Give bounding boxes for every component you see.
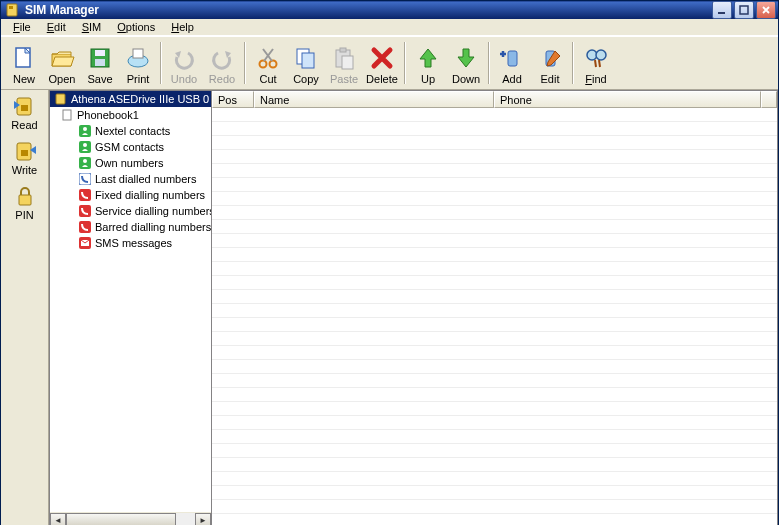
- list-row[interactable]: [212, 234, 777, 248]
- tree-item[interactable]: Fixed dialling numbers: [50, 187, 211, 203]
- tree-item[interactable]: Own numbers: [50, 155, 211, 171]
- undo-button[interactable]: Undo: [165, 39, 203, 87]
- list-body[interactable]: [212, 108, 777, 525]
- find-label: Find: [585, 73, 606, 85]
- save-button[interactable]: Save: [81, 39, 119, 87]
- menu-sim[interactable]: SIM: [74, 19, 110, 35]
- list-row[interactable]: [212, 374, 777, 388]
- minimize-button[interactable]: [712, 1, 732, 19]
- menu-options[interactable]: Options: [109, 19, 163, 35]
- up-button[interactable]: Up: [409, 39, 447, 87]
- lock-icon: [11, 184, 39, 208]
- redo-icon: [208, 44, 236, 72]
- tree-view[interactable]: Athena ASEDrive IIIe USB 0 Phonebook1 Ne…: [50, 91, 211, 512]
- svg-point-33: [83, 159, 87, 163]
- list-row[interactable]: [212, 332, 777, 346]
- svg-rect-27: [63, 110, 71, 120]
- tree-phonebook[interactable]: Phonebook1: [50, 107, 211, 123]
- maximize-button[interactable]: [734, 1, 754, 19]
- scroll-left-button[interactable]: ◄: [50, 513, 66, 526]
- menu-file[interactable]: File: [5, 19, 39, 35]
- copy-button[interactable]: Copy: [287, 39, 325, 87]
- pin-button[interactable]: PIN: [5, 184, 45, 221]
- cut-button[interactable]: Cut: [249, 39, 287, 87]
- sidebar: Read Write PIN: [1, 90, 49, 525]
- menu-bar: File Edit SIM Options Help: [1, 19, 778, 36]
- list-row[interactable]: [212, 248, 777, 262]
- write-button[interactable]: Write: [5, 139, 45, 176]
- scroll-thumb[interactable]: [66, 513, 176, 526]
- print-button[interactable]: Print: [119, 39, 157, 87]
- list-row[interactable]: [212, 150, 777, 164]
- down-icon: [452, 44, 480, 72]
- list-row[interactable]: [212, 136, 777, 150]
- list-row[interactable]: [212, 430, 777, 444]
- list-row[interactable]: [212, 514, 777, 525]
- sms-icon: [78, 236, 92, 250]
- list-row[interactable]: [212, 220, 777, 234]
- list-row[interactable]: [212, 276, 777, 290]
- app-icon: [5, 2, 21, 18]
- list-row[interactable]: [212, 262, 777, 276]
- list-row[interactable]: [212, 178, 777, 192]
- tree-item[interactable]: GSM contacts: [50, 139, 211, 155]
- column-phone[interactable]: Phone: [494, 91, 761, 108]
- sim-read-icon: [11, 94, 39, 118]
- tree-item[interactable]: Last dialled numbers: [50, 171, 211, 187]
- list-row[interactable]: [212, 486, 777, 500]
- list-row[interactable]: [212, 108, 777, 122]
- scroll-track[interactable]: [66, 513, 195, 526]
- tree-root[interactable]: Athena ASEDrive IIIe USB 0: [50, 91, 211, 107]
- open-icon: [48, 44, 76, 72]
- find-button[interactable]: Find: [577, 39, 615, 87]
- list-row[interactable]: [212, 122, 777, 136]
- menu-edit[interactable]: Edit: [39, 19, 74, 35]
- contacts-green-icon: [78, 140, 92, 154]
- delete-button[interactable]: Delete: [363, 39, 401, 87]
- menu-help[interactable]: Help: [163, 19, 202, 35]
- scroll-right-button[interactable]: ►: [195, 513, 211, 526]
- list-row[interactable]: [212, 388, 777, 402]
- list-row[interactable]: [212, 206, 777, 220]
- redo-button[interactable]: Redo: [203, 39, 241, 87]
- list-row[interactable]: [212, 346, 777, 360]
- svg-rect-9: [133, 49, 143, 58]
- paste-button[interactable]: Paste: [325, 39, 363, 87]
- column-name[interactable]: Name: [254, 91, 494, 108]
- copy-icon: [292, 44, 320, 72]
- tree-item[interactable]: SMS messages: [50, 235, 211, 251]
- list-row[interactable]: [212, 164, 777, 178]
- contacts-green-icon: [78, 156, 92, 170]
- list-row[interactable]: [212, 416, 777, 430]
- list-row[interactable]: [212, 402, 777, 416]
- svg-point-10: [260, 60, 267, 67]
- list-row[interactable]: [212, 304, 777, 318]
- list-row[interactable]: [212, 192, 777, 206]
- list-row[interactable]: [212, 472, 777, 486]
- new-button[interactable]: New: [5, 39, 43, 87]
- open-button[interactable]: Open: [43, 39, 81, 87]
- svg-rect-22: [21, 105, 28, 111]
- tree-item[interactable]: Service dialling numbers: [50, 203, 211, 219]
- read-button[interactable]: Read: [5, 94, 45, 131]
- list-row[interactable]: [212, 360, 777, 374]
- add-button[interactable]: Add: [493, 39, 531, 87]
- tree-pane: Athena ASEDrive IIIe USB 0 Phonebook1 Ne…: [49, 90, 212, 525]
- svg-rect-0: [7, 4, 17, 16]
- list-row[interactable]: [212, 290, 777, 304]
- tree-item[interactable]: Barred dialling numbers: [50, 219, 211, 235]
- tree-item[interactable]: Nextel contacts: [50, 123, 211, 139]
- svg-rect-2: [718, 12, 725, 14]
- list-row[interactable]: [212, 318, 777, 332]
- edit-button[interactable]: Edit: [531, 39, 569, 87]
- toolbar-separator: [404, 42, 406, 84]
- title-bar: SIM Manager: [1, 1, 778, 19]
- list-row[interactable]: [212, 458, 777, 472]
- column-pos[interactable]: Pos: [212, 91, 254, 108]
- list-row[interactable]: [212, 500, 777, 514]
- list-row[interactable]: [212, 444, 777, 458]
- tree-hscrollbar[interactable]: ◄ ►: [50, 512, 211, 525]
- down-button[interactable]: Down: [447, 39, 485, 87]
- close-button[interactable]: [756, 1, 776, 19]
- toolbar-separator: [572, 42, 574, 84]
